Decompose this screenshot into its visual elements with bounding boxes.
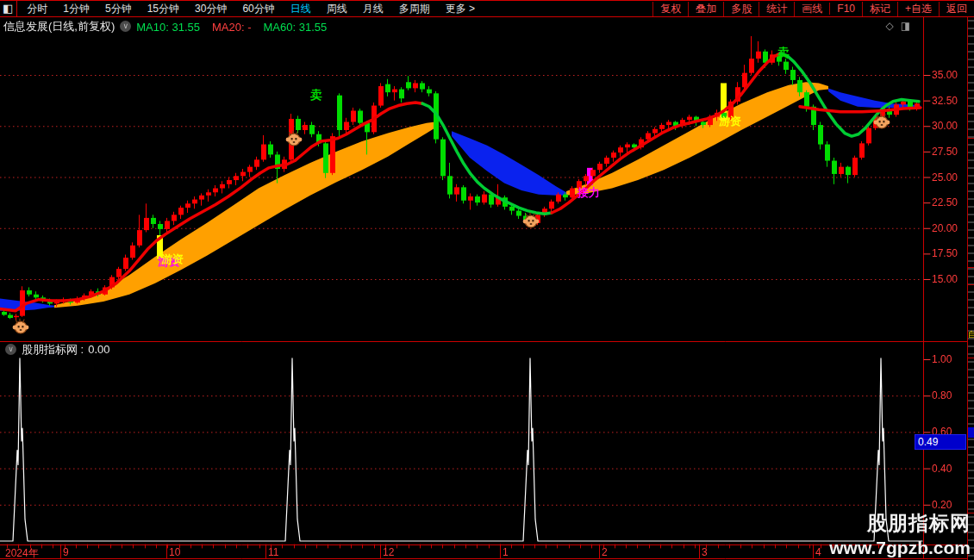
- chevron-down-icon[interactable]: ∨: [5, 344, 16, 355]
- title-row: 信息发展(日线,前复权) ∨ MA10: 31.55MA20: -MA60: 3…: [0, 18, 974, 34]
- panel-split-icon[interactable]: ◨: [901, 20, 917, 32]
- title-row-icons[interactable]: ◇◨: [885, 20, 917, 32]
- toolbar-button-返回[interactable]: 返回: [939, 2, 974, 16]
- chevron-down-icon[interactable]: ∨: [120, 21, 131, 32]
- indicator-name: 股朋指标网 :: [22, 342, 84, 358]
- menu-divider: [16, 1, 17, 16]
- toolbar-button-标记[interactable]: 标记: [862, 2, 897, 16]
- price-tick-label: 25.00: [932, 171, 970, 184]
- price-tick-label: 27.50: [932, 146, 970, 158]
- watermark-url: www.7gpzb.com: [829, 538, 971, 558]
- ma-label: MA60: 31.55: [264, 21, 328, 34]
- indicator-tick-label: 0.40: [932, 463, 970, 475]
- app-window: ◧ 分时1分钟5分钟15分钟30分钟60分钟日线周线月线多周期更多 > 复权叠加…: [0, 0, 974, 560]
- top-menu-bar: ◧ 分时1分钟5分钟15分钟30分钟60分钟日线周线月线多周期更多 > 复权叠加…: [0, 0, 974, 17]
- menu-item-1分钟[interactable]: 1分钟: [55, 2, 97, 16]
- toolbar-button-F10[interactable]: F10: [829, 3, 862, 15]
- indicator-tick-label: 1.00: [932, 353, 970, 365]
- toolbar-buttons: 复权叠加多股统计画线F10标记+自选返回: [652, 1, 974, 16]
- menu-item-更多 >[interactable]: 更多 >: [438, 2, 483, 16]
- ma-values: MA10: 31.55MA20: -MA60: 31.55: [136, 19, 339, 34]
- menu-item-多周期[interactable]: 多周期: [391, 2, 438, 16]
- period-menu: 分时1分钟5分钟15分钟30分钟60分钟日线周线月线多周期更多 >: [19, 1, 483, 16]
- diamond-icon[interactable]: ◇: [885, 20, 900, 32]
- month-label-11: 11: [268, 546, 278, 558]
- month-label-2: 2: [602, 546, 608, 558]
- watermark-site-name: 股朋指标网: [867, 510, 971, 537]
- toolbar-button-统计[interactable]: 统计: [759, 2, 794, 16]
- month-label-4: 4: [815, 546, 821, 558]
- toolbar-button-复权[interactable]: 复权: [652, 2, 688, 16]
- chart-label-接力: 接力: [578, 185, 600, 201]
- ma-label: MA20: -: [212, 21, 252, 34]
- chart-canvas[interactable]: [0, 0, 974, 560]
- indicator-value: 0.00: [88, 343, 109, 356]
- chart-label-游资: 游资: [161, 252, 184, 267]
- price-tick-label: 35.00: [932, 69, 970, 81]
- menu-item-60分钟[interactable]: 60分钟: [234, 2, 282, 16]
- toolbar-button-叠加[interactable]: 叠加: [688, 2, 723, 16]
- price-tick-label: 22.50: [932, 196, 970, 208]
- strip-divider: [968, 267, 974, 268]
- stock-title: 信息发展(日线,前复权): [3, 19, 115, 34]
- menu-item-15分钟[interactable]: 15分钟: [140, 2, 187, 16]
- menu-item-周线[interactable]: 周线: [319, 2, 355, 16]
- chart-label-游资: 游资: [719, 114, 741, 129]
- strip-divider: [968, 138, 974, 139]
- year-label: 2024年: [5, 546, 39, 560]
- indicator-tick-label: 0.20: [932, 499, 970, 511]
- menu-item-30分钟[interactable]: 30分钟: [187, 2, 234, 16]
- menu-item-月线[interactable]: 月线: [355, 2, 391, 16]
- chart-label-卖: 卖: [777, 46, 790, 61]
- price-tick-label: 17.50: [932, 247, 970, 259]
- toolbar-button-+自选[interactable]: +自选: [897, 2, 939, 16]
- chart-label-卖: 卖: [310, 88, 322, 103]
- price-tick-label: 30.00: [932, 120, 970, 132]
- month-label-12: 12: [383, 546, 394, 558]
- price-tick-label: 15.00: [932, 273, 970, 285]
- month-label-10: 10: [169, 546, 180, 558]
- menu-item-日线[interactable]: 日线: [283, 2, 319, 16]
- indicator-tick-label: 0.80: [932, 389, 970, 401]
- month-label-1: 1: [503, 546, 509, 558]
- ma-label: MA10: 31.55: [136, 21, 200, 34]
- indicator-header: ∨ 股朋指标网 : 0.00: [0, 343, 110, 356]
- month-label-3: 3: [702, 546, 708, 558]
- right-strip-highlight[interactable]: 自: [968, 329, 974, 340]
- menu-item-5分钟[interactable]: 5分钟: [97, 2, 140, 16]
- window-layout-icon[interactable]: ◧: [0, 1, 16, 16]
- price-tick-label: 32.50: [932, 95, 970, 107]
- toolbar-button-画线[interactable]: 画线: [794, 2, 829, 16]
- price-tick-label: 20.00: [932, 222, 970, 234]
- toolbar-button-多股[interactable]: 多股: [723, 2, 759, 16]
- month-label-9: 9: [63, 546, 69, 558]
- indicator-current-value-badge: 0.49: [915, 434, 966, 450]
- menu-item-分时[interactable]: 分时: [19, 2, 55, 16]
